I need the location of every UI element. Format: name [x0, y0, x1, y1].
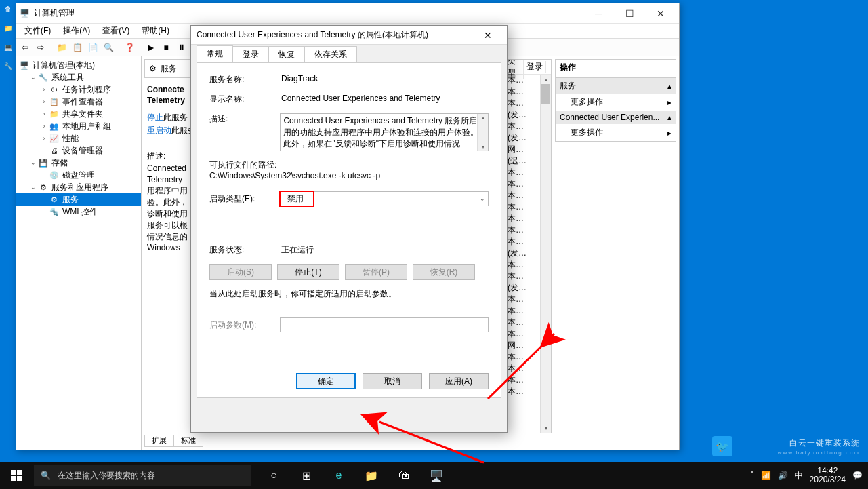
- gear-icon: ⚙: [149, 64, 157, 73]
- tray-ime[interactable]: 中: [795, 470, 803, 482]
- menu-action[interactable]: 操作(A): [58, 24, 96, 38]
- mmc-taskbar-icon[interactable]: 🖥️: [420, 462, 453, 489]
- service-status-value: 正在运行: [281, 244, 489, 256]
- tab-dependencies[interactable]: 依存关系: [304, 46, 357, 62]
- col-status[interactable]: 登录: [524, 61, 546, 73]
- expand-icon[interactable]: ›: [39, 111, 49, 117]
- tab-extended[interactable]: 扩展: [144, 435, 174, 447]
- services-icon: ⚙: [38, 182, 49, 192]
- tree-eventviewer[interactable]: ›📋事件查看器: [16, 96, 141, 108]
- collapse-icon[interactable]: ⌄: [28, 74, 38, 81]
- description-label: 描述:: [209, 113, 280, 151]
- expand-icon[interactable]: ›: [39, 135, 49, 142]
- store-icon[interactable]: 🛍: [388, 462, 420, 489]
- expand-icon[interactable]: ›: [39, 98, 49, 105]
- notifications-icon[interactable]: 💬: [852, 471, 863, 480]
- cancel-button[interactable]: 取消: [363, 373, 422, 389]
- dialog-titlebar[interactable]: Connected User Experiences and Telemetry…: [191, 26, 507, 45]
- actions-more[interactable]: 更多操作▸: [556, 94, 676, 111]
- navigation-tree[interactable]: 🖥️计算机管理(本地) ⌄🔧系统工具 ›⏲任务计划程序 ›📋事件查看器 ›📁共享…: [16, 56, 142, 450]
- services-header-label: 服务: [161, 63, 177, 75]
- expand-icon[interactable]: ›: [39, 86, 49, 93]
- stop-icon[interactable]: ■: [159, 40, 173, 55]
- tab-logon[interactable]: 登录: [232, 46, 269, 62]
- tree-localusers[interactable]: ›👥本地用户和组: [16, 120, 141, 132]
- tree-wmi[interactable]: 🔩WMI 控件: [16, 206, 141, 218]
- ok-button[interactable]: 确定: [296, 373, 356, 389]
- expand-icon[interactable]: ›: [39, 123, 49, 130]
- scroll-up-icon[interactable]: ▴: [541, 75, 551, 84]
- tree-root[interactable]: 🖥️计算机管理(本地): [16, 59, 141, 71]
- list-header[interactable]: 类型 登录: [505, 60, 551, 75]
- back-button[interactable]: ⇦: [18, 40, 33, 55]
- taskview-icon[interactable]: ⊞: [290, 462, 323, 489]
- taskbar-search[interactable]: 🔍 在这里输入你要搜索的内容: [34, 465, 251, 486]
- close-button[interactable]: ✕: [645, 3, 676, 24]
- tree-taskscheduler[interactable]: ›⏲任务计划程序: [16, 83, 141, 96]
- tray-chevron-icon[interactable]: ˄: [750, 471, 754, 480]
- scrollbar[interactable]: ▴ ▾: [540, 75, 551, 433]
- export-button[interactable]: 📄: [85, 40, 100, 55]
- dialog-close-button[interactable]: ✕: [474, 26, 501, 45]
- desktop-icon[interactable]: 📁: [1, 24, 15, 38]
- apply-button[interactable]: 应用(A): [429, 373, 489, 389]
- tree-diskmgmt[interactable]: 💿磁盘管理: [16, 169, 141, 181]
- tree-systools[interactable]: ⌄🔧系统工具: [16, 71, 141, 83]
- services-list[interactable]: 类型 登录 本…本…本…(发…本…(发…网…(迟…本…本…本…本…本…本…本…(…: [504, 59, 552, 433]
- properties-dialog: Connected User Experiences and Telemetry…: [190, 25, 508, 433]
- actions-more-2[interactable]: 更多操作▸: [556, 124, 676, 141]
- tab-standard[interactable]: 标准: [173, 435, 203, 447]
- edge-icon[interactable]: e: [323, 462, 355, 489]
- stop-service-link[interactable]: 停止: [147, 113, 163, 122]
- scroll-down-icon[interactable]: ▾: [482, 143, 484, 151]
- desc-scrollbar[interactable]: ▴▾: [477, 114, 488, 151]
- menu-view[interactable]: 查看(V): [97, 24, 135, 38]
- tree-servicesapps[interactable]: ⌄⚙服务和应用程序: [16, 181, 141, 193]
- desktop-icon[interactable]: 🗑: [1, 5, 15, 19]
- collapse-icon[interactable]: ⌄: [28, 159, 38, 166]
- start-button[interactable]: [0, 462, 33, 489]
- scroll-thumb[interactable]: [541, 84, 550, 104]
- properties-button[interactable]: 📋: [70, 40, 85, 55]
- actions-services-heading[interactable]: 服务▴: [556, 78, 676, 94]
- taskbar[interactable]: 🔍 在这里输入你要搜索的内容 ○ ⊞ e 📁 🛍 🖥️ ˄ 📶 🔊 中 14:4…: [0, 462, 868, 489]
- tray-volume-icon[interactable]: 🔊: [778, 471, 788, 480]
- collapse-icon[interactable]: ⌄: [28, 184, 38, 191]
- minimize-button[interactable]: ─: [583, 3, 614, 24]
- forward-button[interactable]: ⇨: [33, 40, 48, 55]
- tab-general[interactable]: 常规: [197, 45, 233, 62]
- tree-storage[interactable]: ⌄💾存储: [16, 157, 141, 169]
- desktop-icon[interactable]: 🔧: [1, 62, 15, 76]
- help-button[interactable]: ❓: [122, 40, 137, 55]
- menu-help[interactable]: 帮助(H): [136, 24, 175, 38]
- description-box[interactable]: Connected User Experiences and Telemetry…: [280, 113, 489, 151]
- tree-sharedfolders[interactable]: ›📁共享文件夹: [16, 108, 141, 120]
- gear-icon: ⚙: [49, 195, 60, 204]
- desktop-icon[interactable]: 💻: [1, 43, 15, 57]
- actions-selected-heading[interactable]: Connected User Experien...▴: [556, 111, 676, 124]
- svg-rect-5: [17, 476, 22, 481]
- start-params-input: [280, 317, 489, 332]
- startup-type-select[interactable]: 禁用 ⌄: [280, 191, 489, 206]
- tree-devicemgr[interactable]: 🖨设备管理器: [16, 144, 141, 157]
- pause-icon[interactable]: ⏸: [174, 40, 189, 55]
- menu-file[interactable]: 文件(F): [19, 24, 56, 38]
- computer-icon: 🖥️: [19, 60, 30, 70]
- cortana-icon[interactable]: ○: [257, 462, 290, 489]
- tree-services[interactable]: ⚙服务: [16, 193, 141, 206]
- refresh-button[interactable]: 🔍: [101, 40, 116, 55]
- tab-recovery[interactable]: 恢复: [268, 46, 305, 62]
- tree-performance[interactable]: ›📈性能: [16, 132, 141, 144]
- tray-network-icon[interactable]: 📶: [761, 471, 771, 480]
- up-button[interactable]: 📁: [54, 40, 69, 55]
- scroll-up-icon[interactable]: ▴: [482, 114, 484, 121]
- titlebar[interactable]: 🖥️ 计算机管理 ─ ☐ ✕: [16, 3, 679, 24]
- tray-date[interactable]: 2020/3/24: [810, 475, 846, 484]
- maximize-button[interactable]: ☐: [614, 3, 645, 24]
- play-icon[interactable]: ▶: [143, 40, 158, 55]
- restart-service-link[interactable]: 重启动: [147, 125, 171, 135]
- system-tray[interactable]: ˄ 📶 🔊 中 14:42 2020/3/24 💬: [745, 467, 868, 484]
- scroll-down-icon[interactable]: ▾: [541, 423, 551, 433]
- explorer-icon[interactable]: 📁: [355, 462, 388, 489]
- stop-button[interactable]: 停止(T): [277, 264, 339, 280]
